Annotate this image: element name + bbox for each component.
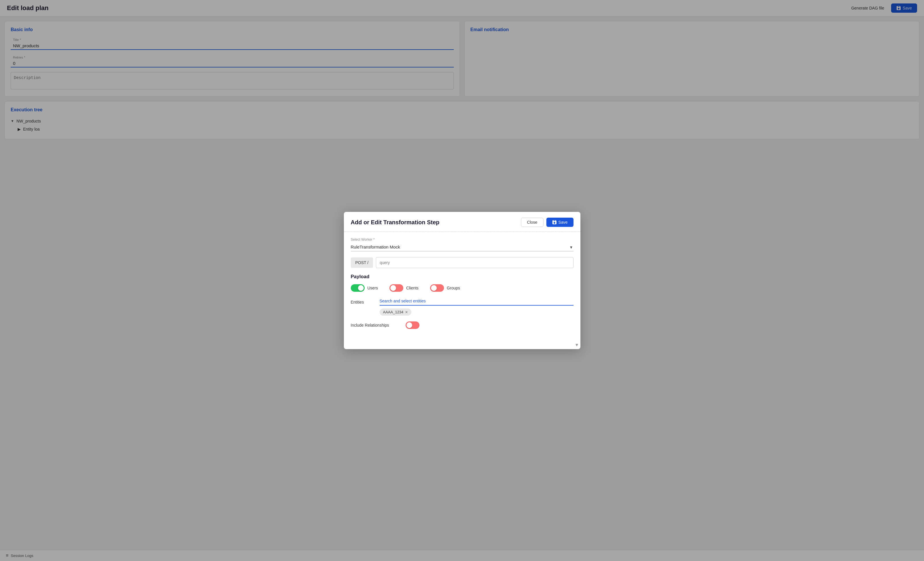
modal: Add or Edit Transformation Step Close Sa… — [344, 212, 580, 349]
groups-toggle[interactable] — [430, 284, 444, 292]
select-worker-wrapper: RuleTransformation Mock ▾ — [351, 243, 573, 251]
groups-toggle-group: Groups — [430, 284, 460, 292]
entity-tag-close[interactable]: ✕ — [405, 310, 408, 314]
entities-search-input[interactable] — [380, 298, 573, 305]
include-relationships-toggle[interactable] — [406, 322, 420, 329]
include-relationships-row: Include Relationships — [351, 322, 573, 329]
entity-tags: AAAA_1234 ✕ — [380, 308, 573, 316]
entity-tag-aaaa1234: AAAA_1234 ✕ — [380, 308, 412, 316]
payload-toggles-row: Users Clients Groups — [351, 284, 573, 292]
groups-toggle-slider — [430, 284, 444, 292]
include-relationships-toggle-slider — [406, 322, 420, 329]
payload-title: Payload — [351, 274, 573, 280]
modal-overlay: Add or Edit Transformation Step Close Sa… — [0, 0, 924, 561]
scroll-down-icon: ▾ — [576, 342, 578, 348]
save-modal-icon — [552, 220, 557, 224]
save-modal-button[interactable]: Save — [546, 218, 573, 227]
query-input[interactable] — [376, 257, 573, 268]
modal-body: Select Worker * RuleTransformation Mock … — [344, 232, 580, 341]
close-button[interactable]: Close — [521, 218, 543, 227]
post-row: POST / — [351, 257, 573, 268]
post-button[interactable]: POST / — [351, 257, 373, 268]
clients-toggle-slider — [390, 284, 403, 292]
entities-row: Entities AAAA_1234 ✕ — [351, 298, 573, 316]
users-toggle[interactable] — [351, 284, 364, 292]
include-relationships-label: Include Relationships — [351, 323, 400, 328]
modal-header: Add or Edit Transformation Step Close Sa… — [344, 212, 580, 232]
clients-toggle-group: Clients — [390, 284, 418, 292]
scroll-indicator: ▾ — [344, 341, 580, 349]
groups-toggle-label: Groups — [447, 286, 460, 290]
modal-header-actions: Close Save — [521, 218, 573, 227]
select-worker-dropdown[interactable]: RuleTransformation Mock — [351, 243, 573, 251]
clients-toggle-label: Clients — [406, 286, 418, 290]
users-toggle-slider — [351, 284, 364, 292]
entities-input-area: AAAA_1234 ✕ — [380, 298, 573, 316]
users-toggle-label: Users — [368, 286, 378, 290]
entity-tag-name: AAAA_1234 — [383, 310, 404, 314]
entities-label: Entities — [351, 298, 374, 304]
select-worker-label: Select Worker * — [351, 238, 573, 242]
clients-toggle[interactable] — [390, 284, 403, 292]
users-toggle-group: Users — [351, 284, 378, 292]
modal-title: Add or Edit Transformation Step — [351, 219, 440, 226]
